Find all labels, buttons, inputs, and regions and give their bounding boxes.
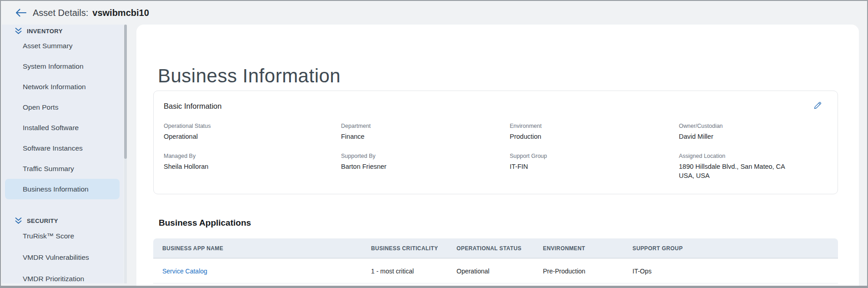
- double-chevron-down-icon: [15, 27, 22, 35]
- sidebar-item-vmdr-vulnerabilities[interactable]: VMDR Vulnerabilities: [5, 247, 120, 268]
- sidebar-item-network-information[interactable]: Network Information: [5, 76, 120, 97]
- pencil-icon: [813, 101, 822, 110]
- column-header-operational-status[interactable]: OPERATIONAL STATUS: [457, 245, 543, 252]
- field-value: David Miller: [679, 132, 828, 141]
- field-label: Operational Status: [164, 123, 341, 129]
- field-value: Operational: [164, 132, 341, 141]
- field-value: Sheila Holloran: [164, 162, 341, 171]
- back-arrow-icon: [15, 8, 27, 17]
- field-value: Finance: [341, 132, 510, 141]
- sidebar-scrollbar[interactable]: [124, 25, 127, 283]
- field-department: Department Finance: [341, 123, 510, 141]
- sidebar-item-asset-summary[interactable]: Asset Summary: [5, 35, 120, 56]
- field-value: 1890 Hillsdale Blvd., San Mateo, CA USA,…: [679, 162, 798, 180]
- field-value: Barton Friesner: [341, 162, 510, 171]
- business-applications-table-header: BUSINESS APP NAME BUSINESS CRITICALITY O…: [153, 238, 838, 258]
- asset-name: vswibmcbi10: [92, 8, 149, 18]
- main-content-panel: Business Information Basic Information O…: [136, 25, 859, 286]
- table-row: Service Catalog 1 - most critical Operat…: [153, 259, 838, 283]
- field-owner-custodian: Owner/Custodian David Miller: [679, 123, 828, 141]
- field-environment: Environment Production: [510, 123, 679, 141]
- field-managed-by: Managed By Sheila Holloran: [164, 153, 341, 180]
- field-label: Managed By: [164, 153, 341, 159]
- sidebar-item-trurisk-score[interactable]: TruRisk™ Score: [5, 225, 120, 247]
- column-header-business-criticality[interactable]: BUSINESS CRITICALITY: [371, 245, 457, 252]
- sidebar-section-security[interactable]: SECURITY: [2, 217, 124, 225]
- column-header-environment[interactable]: ENVIRONMENT: [543, 245, 632, 252]
- section-label-inventory: INVENTORY: [27, 28, 63, 35]
- basic-information-fields: Operational Status Operational Departmen…: [164, 123, 828, 180]
- double-chevron-down-icon: [15, 217, 22, 224]
- sidebar-item-installed-software[interactable]: Installed Software: [5, 117, 120, 138]
- cell-environment: Pre-Production: [543, 268, 632, 275]
- page-header-label: Asset Details:: [33, 8, 88, 18]
- field-support-group: Support Group IT-FIN: [510, 153, 679, 180]
- sidebar-item-open-ports[interactable]: Open Ports: [5, 97, 120, 117]
- section-label-security: SECURITY: [27, 217, 58, 224]
- sidebar-item-traffic-summary[interactable]: Traffic Summary: [5, 158, 120, 179]
- sidebar-section-gap: [2, 199, 124, 217]
- cell-business-criticality: 1 - most critical: [371, 268, 457, 275]
- field-label: Assigned Location: [679, 153, 828, 159]
- field-label: Support Group: [510, 153, 679, 159]
- business-applications-title: Business Applications: [159, 218, 251, 228]
- basic-information-card: Basic Information Operational Status Ope…: [153, 91, 838, 194]
- field-value: IT-FIN: [510, 162, 679, 171]
- edit-basic-information-button[interactable]: [813, 100, 823, 110]
- sidebar-item-system-information[interactable]: System Information: [5, 56, 120, 76]
- field-label: Environment: [510, 123, 679, 129]
- sidebar-item-business-information[interactable]: Business Information: [5, 179, 120, 199]
- sidebar-scrollbar-thumb[interactable]: [124, 25, 127, 159]
- field-value: Production: [510, 132, 679, 141]
- cell-operational-status: Operational: [457, 268, 543, 275]
- sidebar-item-vmdr-prioritization[interactable]: VMDR Prioritization: [5, 268, 120, 283]
- business-app-link[interactable]: Service Catalog: [162, 268, 207, 275]
- sidebar-section-inventory[interactable]: INVENTORY: [2, 27, 124, 35]
- column-header-support-group[interactable]: SUPPORT GROUP: [632, 245, 829, 252]
- sidebar-item-software-instances[interactable]: Software Instances: [5, 138, 120, 158]
- field-label: Owner/Custodian: [679, 123, 828, 129]
- field-label: Department: [341, 123, 510, 129]
- field-assigned-location: Assigned Location 1890 Hillsdale Blvd., …: [679, 153, 828, 180]
- field-operational-status: Operational Status Operational: [164, 123, 341, 141]
- page-title: Business Information: [158, 65, 341, 87]
- field-supported-by: Supported By Barton Friesner: [341, 153, 510, 180]
- top-header-bar: Asset Details: vswibmcbi10: [1, 1, 867, 25]
- column-header-business-app-name[interactable]: BUSINESS APP NAME: [162, 245, 371, 252]
- back-button[interactable]: [15, 8, 27, 18]
- basic-information-title: Basic Information: [164, 102, 221, 111]
- sidebar-nav: INVENTORY Asset Summary System Informati…: [2, 25, 124, 283]
- field-label: Supported By: [341, 153, 510, 159]
- cell-support-group: IT-Ops: [632, 268, 829, 275]
- asset-details-window: Asset Details: vswibmcbi10 INVENTORY Ass…: [0, 0, 868, 288]
